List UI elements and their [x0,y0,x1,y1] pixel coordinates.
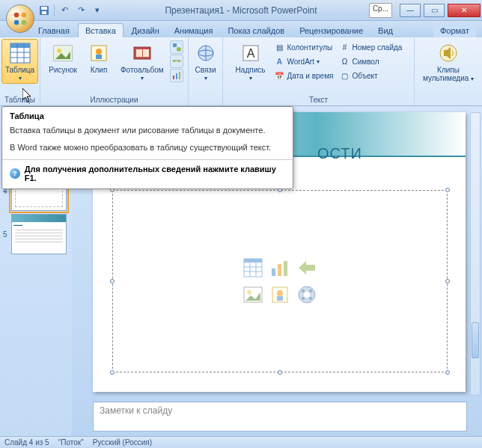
tooltip-title: Таблица [10,111,285,120]
svg-point-15 [57,49,61,53]
smartart-button[interactable] [170,55,183,68]
svg-text:A: A [246,47,254,60]
media-clips-button[interactable]: Клипымультимедиа ▾ [419,39,478,85]
svg-point-55 [304,292,310,298]
svg-rect-30 [179,72,180,79]
svg-point-52 [277,290,283,296]
header-label: Колонтитулы [287,43,332,52]
tab-design[interactable]: Дизайн [125,24,166,37]
svg-point-2 [14,20,19,25]
content-placeholder[interactable] [112,190,448,372]
shapes-button[interactable] [170,40,183,54]
header-icon: ▤ [274,42,284,52]
svg-point-0 [14,13,19,18]
tab-slideshow[interactable]: Показ слайдов [221,24,291,37]
vertical-scrollbar[interactable] [470,112,481,396]
insert-picture-icon[interactable] [242,283,264,306]
date-label: Дата и время [287,72,333,80]
clip-button[interactable]: Клип [83,39,115,76]
group-illustrations-label: Иллюстрации [91,95,138,105]
chevron-down-icon: ▾ [141,75,144,82]
svg-rect-23 [173,43,177,47]
insert-chart-icon[interactable] [269,257,291,279]
svg-rect-5 [41,7,47,10]
wordart-button[interactable]: AWordArt ▾ [272,55,335,68]
chart-button[interactable] [170,69,183,82]
svg-rect-29 [176,73,177,79]
chevron-down-icon: ▾ [204,75,207,82]
svg-point-1 [22,13,27,18]
status-bar: Слайд 4 из 5 "Поток" Русский (Россия) [0,436,482,448]
datetime-button[interactable]: 📅Дата и время [272,69,335,82]
slidenum-button[interactable]: #Номер слайда [338,40,403,54]
separator [2,159,293,160]
insert-media-icon[interactable] [296,283,318,306]
office-button[interactable] [6,4,34,33]
photoalbum-icon [130,41,154,65]
symbol-label: Символ [352,58,379,66]
insert-clipart-icon[interactable] [269,283,291,306]
qat-redo-icon[interactable]: ↷ [74,4,88,17]
insert-smartart-icon[interactable] [296,257,318,279]
spellcheck-badge[interactable]: Ср... [369,3,392,18]
svg-point-59 [309,297,312,300]
status-slide: Слайд 4 из 5 [4,438,49,447]
svg-rect-19 [96,55,102,59]
tooltip-help: ? Для получения дополнительных сведений … [10,165,285,182]
header-footer-button[interactable]: ▤Колонтитулы [272,40,335,54]
tab-view[interactable]: Вид [371,24,400,37]
qat-save-icon[interactable] [37,4,51,17]
close-button[interactable]: ✕ [448,4,481,17]
slidenum-icon: # [339,42,350,52]
photoalbum-button[interactable]: Фотоальбом ▾ [117,39,168,84]
svg-rect-44 [272,269,275,276]
wordart-label: WordArt [287,58,314,66]
object-button[interactable]: ▢Объект [338,69,403,82]
table-label: Таблица [5,66,34,74]
chevron-down-icon: ▾ [249,75,252,82]
symbol-button[interactable]: ΩСимвол [338,55,403,68]
tab-format[interactable]: Формат [433,24,476,37]
minimize-button[interactable]: — [400,4,421,17]
tab-insert[interactable]: Вставка [78,23,123,37]
tab-review[interactable]: Рецензирование [293,24,370,37]
tooltip-help-text: Для получения дополнительных сведений на… [25,165,285,182]
svg-rect-39 [244,259,262,263]
svg-rect-26 [178,60,180,62]
window-title: Презентация1 - Microsoft PowerPoint [165,5,317,16]
svg-rect-28 [173,76,174,79]
qat-dropdown-icon[interactable]: ▾ [91,4,104,17]
picture-label: Рисунок [49,66,77,74]
tab-home[interactable]: Главная [31,24,76,37]
date-icon: 📅 [274,70,284,81]
scrollbar-thumb[interactable] [472,322,479,358]
picture-button[interactable]: Рисунок [45,39,81,76]
ribbon: Таблица ▾ Таблицы Рисунок Клип Фотоальбо… [0,37,482,106]
qat-undo-icon[interactable]: ↶ [58,4,71,17]
insert-table-icon[interactable] [242,257,264,279]
object-label: Объект [352,72,377,80]
textbox-button[interactable]: A Надпись ▾ [232,39,269,84]
table-button[interactable]: Таблица ▾ [1,39,38,84]
svg-rect-8 [10,43,30,48]
links-button[interactable]: Связи ▾ [190,39,222,84]
status-theme: "Поток" [58,438,84,447]
clip-icon [87,41,111,65]
maximize-button[interactable]: ▭ [424,4,445,17]
svg-point-56 [302,289,305,292]
ribbon-tabs: Главная Вставка Дизайн Анимация Показ сл… [0,21,482,37]
hyperlink-icon [194,41,218,65]
slide-thumbnail[interactable]: ▬▬▬ [11,214,67,254]
tooltip-body: В Word также можно преобразовать в табли… [10,142,285,153]
clip-label: Клип [91,66,108,74]
svg-rect-6 [42,11,46,14]
notes-pane[interactable]: Заметки к слайду [93,402,467,432]
group-text-label: Текст [309,95,328,105]
status-lang[interactable]: Русский (Россия) [93,438,152,447]
table-icon [8,41,32,65]
svg-point-3 [22,20,27,25]
symbol-icon: Ω [339,56,350,67]
svg-rect-21 [136,49,142,57]
svg-rect-53 [277,296,283,301]
tab-animation[interactable]: Анимация [168,24,220,37]
